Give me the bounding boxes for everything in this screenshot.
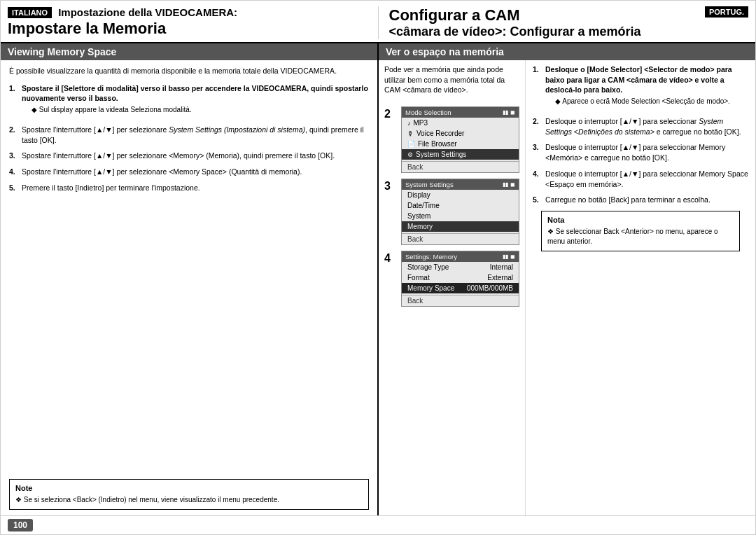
signal-icon: ◼ bbox=[510, 253, 515, 260]
step-text: Desloque o interruptor [▲/▼] para selecc… bbox=[545, 169, 748, 189]
screen2-system-label: System Settings bbox=[416, 151, 466, 158]
screen2-item-mp3[interactable]: ♪ MP3 bbox=[402, 118, 519, 128]
left-title: Impostare la Memoria bbox=[8, 20, 368, 38]
screen-row-4: 4 Settings: Memory ▮▮ ◼ Storage Type bbox=[384, 251, 519, 307]
screen-num-2: 2 bbox=[384, 108, 396, 120]
right-title-line1: Configurar a CAM bbox=[389, 6, 520, 24]
screen-box-2: Mode Selection ▮▮ ◼ ♪ MP3 bbox=[401, 106, 519, 173]
format-label: Format bbox=[407, 274, 430, 282]
right-step-5: 5. Carregue no botão [Back] para termina… bbox=[533, 195, 748, 205]
left-note-label: Note bbox=[15, 484, 363, 492]
screen4-memspace[interactable]: Memory Space 000MB/000MB bbox=[402, 283, 519, 293]
screen-box-4: Settings: Memory ▮▮ ◼ Storage Type Inter… bbox=[401, 251, 519, 307]
left-step-1: 1. Spostare il [Selettore di modalità] v… bbox=[9, 83, 369, 119]
right-intro: Pode ver a memória que ainda pode utiliz… bbox=[384, 64, 519, 95]
storage-label: Storage Type bbox=[407, 263, 449, 271]
screen3-datetime[interactable]: Date/Time bbox=[402, 200, 519, 211]
left-intro: È possibile visualizzare la quantità di … bbox=[9, 66, 369, 76]
screen4-format[interactable]: Format External bbox=[402, 272, 519, 283]
screen2-item-file[interactable]: 📄 File Browser bbox=[402, 139, 519, 149]
screen3-icons: ▮▮ ◼ bbox=[503, 181, 515, 188]
screens-column: Pode ver a memória que ainda pode utiliz… bbox=[379, 60, 526, 515]
battery-icon: ▮▮ bbox=[503, 253, 508, 260]
step-subnote: Sul display appare la videata Seleziona … bbox=[22, 105, 369, 115]
left-step-2: 2. Spostare l'interruttore [▲/▼] per sel… bbox=[9, 125, 369, 145]
left-content: Viewing Memory Space È possibile visuali… bbox=[1, 43, 379, 515]
signal-icon: ◼ bbox=[510, 181, 515, 188]
screen4-storage[interactable]: Storage Type Internal bbox=[402, 262, 519, 272]
step-text: Carregue no botão [Back] para terminar a… bbox=[545, 195, 748, 205]
portug-badge: PORTUG. bbox=[705, 6, 748, 18]
left-note-box: Note Se si seleziona <Back> (Indietro) n… bbox=[9, 479, 369, 510]
screen4-icons: ▮▮ ◼ bbox=[503, 253, 515, 260]
battery-icon: ▮▮ bbox=[503, 109, 508, 116]
step-text: Desloque o interruptor [▲/▼] para selecc… bbox=[545, 142, 748, 162]
page: ITALIANO Impostazione della VIDEOCAMERA:… bbox=[0, 0, 756, 535]
left-step-5: 5. Premere il tasto [Indietro] per termi… bbox=[9, 183, 369, 193]
step-text: Spostare l'interruttore [▲/▼] per selezi… bbox=[22, 151, 369, 161]
step-num: 5. bbox=[533, 195, 542, 205]
screen-box-3: System Settings ▮▮ ◼ Display Date/Time S… bbox=[401, 179, 519, 245]
step-num: 4. bbox=[533, 169, 542, 189]
screen3-system[interactable]: System bbox=[402, 211, 519, 221]
right-note-label: Nota bbox=[547, 216, 734, 224]
left-note-text: Se si seleziona <Back> (Indietro) nel me… bbox=[15, 495, 363, 505]
screen2-icons: ▮▮ ◼ bbox=[503, 109, 515, 116]
screen2-item-system[interactable]: ⚙ System Settings bbox=[402, 149, 519, 160]
content-area: Viewing Memory Space È possibile visuali… bbox=[1, 43, 755, 515]
mp3-icon: ♪ bbox=[407, 120, 411, 127]
step-text: Desloque o [Mode Selector] <Selector de … bbox=[545, 64, 748, 111]
left-section-body: È possibile visualizzare la quantità di … bbox=[1, 60, 377, 473]
step-num: 1. bbox=[533, 64, 542, 111]
left-section-title: Viewing Memory Space bbox=[1, 43, 377, 60]
right-step-3: 3. Desloque o interruptor [▲/▼] para sel… bbox=[533, 142, 748, 162]
right-content: Ver o espaço na memória Pode ver a memór… bbox=[379, 43, 755, 515]
screen3-display[interactable]: Display bbox=[402, 190, 519, 200]
screen2-item-voice[interactable]: 🎙 Voice Recorder bbox=[402, 128, 519, 139]
bottom-bar: 100 bbox=[1, 515, 755, 534]
screen2-title: Mode Selection bbox=[405, 109, 451, 116]
right-steps-column: 1. Desloque o [Mode Selector] <Selector … bbox=[526, 60, 755, 515]
screen3-memory[interactable]: Memory bbox=[402, 221, 519, 232]
step-num: 5. bbox=[9, 183, 19, 193]
step-text: Desloque o interruptor [▲/▼] para selecc… bbox=[545, 116, 748, 137]
screen2-file-label: File Browser bbox=[418, 140, 457, 148]
screen4-back[interactable]: Back bbox=[402, 295, 519, 306]
format-value: External bbox=[487, 274, 513, 282]
screen-row-3: 3 System Settings ▮▮ ◼ Display Date/Time bbox=[384, 179, 519, 245]
right-step-2: 2. Desloque o interruptor [▲/▼] para sel… bbox=[533, 116, 748, 137]
left-steps: 1. Spostare il [Selettore di modalità] v… bbox=[9, 83, 369, 193]
battery-icon: ▮▮ bbox=[503, 181, 508, 188]
right-header: Configurar a CAM PORTUG. <câmara de víde… bbox=[379, 6, 749, 39]
screen4-header: Settings: Memory ▮▮ ◼ bbox=[402, 251, 519, 262]
header-subtitle: Impostazione della VIDEOCAMERA: bbox=[58, 6, 237, 18]
step-text: Premere il tasto [Indietro] per terminar… bbox=[22, 183, 369, 193]
left-step-3: 3. Spostare l'interruttore [▲/▼] per sel… bbox=[9, 151, 369, 161]
step-num: 2. bbox=[533, 116, 542, 137]
screen-row-2: 2 Mode Selection ▮▮ ◼ ♪ bbox=[384, 106, 519, 173]
memspace-label: Memory Space bbox=[407, 284, 454, 292]
right-section-title: Ver o espaço na memória bbox=[379, 43, 755, 60]
storage-value: Internal bbox=[490, 263, 513, 271]
screen3-back[interactable]: Back bbox=[402, 233, 519, 244]
left-step-4: 4. Spostare l'interruttore [▲/▼] per sel… bbox=[9, 167, 369, 177]
screen-num-4: 4 bbox=[384, 252, 396, 265]
step-text: Spostare l'interruttore [▲/▼] per selezi… bbox=[22, 167, 369, 177]
right-step-1: 1. Desloque o [Mode Selector] <Selector … bbox=[533, 64, 748, 111]
screen4-title: Settings: Memory bbox=[405, 253, 457, 260]
step-num: 4. bbox=[9, 167, 19, 177]
signal-icon: ◼ bbox=[510, 109, 515, 116]
screen2-back[interactable]: Back bbox=[402, 161, 519, 172]
right-step-4: 4. Desloque o interruptor [▲/▼] para sel… bbox=[533, 169, 748, 189]
step-num: 3. bbox=[533, 142, 542, 162]
memspace-value: 000MB/000MB bbox=[467, 284, 513, 292]
page-number: 100 bbox=[8, 519, 33, 531]
screen3-title: System Settings bbox=[405, 181, 454, 188]
top-header: ITALIANO Impostazione della VIDEOCAMERA:… bbox=[1, 1, 755, 43]
right-note-box: Nota Se seleccionar Back <Anterior> no m… bbox=[541, 211, 740, 251]
right-title-line2: <câmara de vídeo>: Configurar a memória bbox=[389, 25, 749, 39]
screen-num-3: 3 bbox=[384, 180, 396, 193]
system-icon: ⚙ bbox=[407, 151, 413, 158]
italiano-badge: ITALIANO bbox=[8, 7, 52, 18]
step-num: 1. bbox=[9, 83, 19, 119]
